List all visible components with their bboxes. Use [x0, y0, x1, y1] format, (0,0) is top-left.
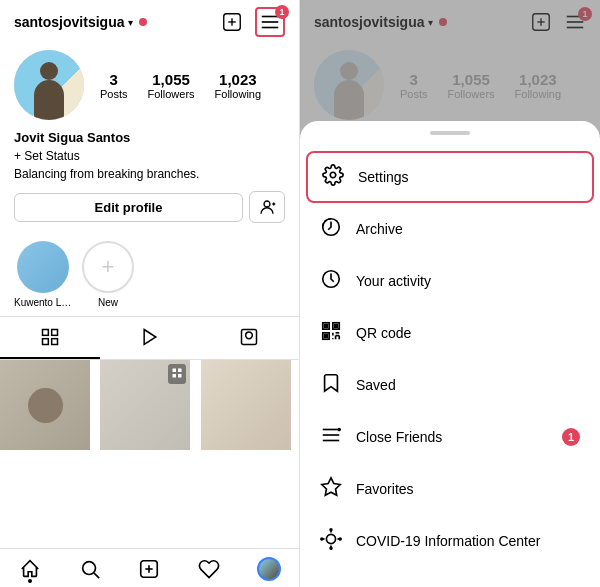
followers-count: 1,055: [152, 71, 190, 88]
svg-marker-53: [322, 478, 340, 495]
avatar-image: [14, 50, 84, 120]
svg-point-34: [330, 172, 336, 178]
menu-item-favorites[interactable]: Favorites: [300, 463, 600, 515]
favorites-label: Favorites: [356, 481, 414, 497]
left-panel: santosjovitsigua ▾ 1: [0, 0, 300, 587]
posts-count: 3: [110, 71, 118, 88]
gear-icon: [322, 164, 344, 190]
menu-item-qrcode[interactable]: QR code: [300, 307, 600, 359]
new-story-label: New: [98, 297, 118, 308]
activity-label: Your activity: [356, 273, 431, 289]
menu-button[interactable]: 1: [255, 7, 285, 37]
svg-rect-18: [173, 374, 177, 378]
story-label: Kuwento Litrato: [14, 297, 72, 308]
menu-item-archive[interactable]: Archive: [300, 203, 600, 255]
menu-item-covid[interactable]: COVID-19 Information Center: [300, 515, 600, 567]
tab-grid[interactable]: [0, 317, 100, 359]
svg-point-54: [326, 534, 335, 543]
set-status-button[interactable]: + Set Status: [14, 149, 285, 163]
edit-profile-button[interactable]: Edit profile: [14, 193, 243, 222]
following-label: Following: [215, 88, 261, 100]
stats-row: 3 Posts 1,055 Followers 1,023 Following: [100, 71, 285, 100]
svg-point-20: [82, 562, 95, 575]
bottom-nav: [0, 548, 299, 587]
drag-handle: [430, 131, 470, 135]
profile-info-row: 3 Posts 1,055 Followers 1,023 Following: [14, 50, 285, 120]
add-post-button[interactable]: [221, 11, 243, 33]
saved-label: Saved: [356, 377, 396, 393]
svg-rect-9: [42, 330, 48, 336]
svg-point-60: [330, 547, 332, 549]
top-bar-right: 1: [221, 7, 285, 37]
list-icon: [320, 424, 342, 450]
profile-name: Jovit Sigua Santos: [14, 130, 285, 145]
add-icon: +: [102, 254, 115, 280]
covid-icon: [320, 528, 342, 554]
qr-icon: [320, 320, 342, 346]
closefriends-label: Close Friends: [356, 429, 442, 445]
menu-item-saved[interactable]: Saved: [300, 359, 600, 411]
menu-item-closefriends[interactable]: Close Friends 1: [300, 411, 600, 463]
chevron-down-icon[interactable]: ▾: [128, 17, 133, 28]
username-label: santosjovitsigua: [14, 14, 124, 30]
svg-rect-12: [51, 339, 57, 345]
dropdown-menu: Settings Archive Your activity: [300, 121, 600, 587]
qrcode-label: QR code: [356, 325, 411, 341]
closefriends-badge: 1: [562, 428, 580, 446]
photo-badge: [168, 364, 186, 384]
svg-point-59: [330, 529, 332, 531]
svg-rect-10: [51, 330, 57, 336]
tab-tagged[interactable]: [199, 317, 299, 359]
archive-label: Archive: [356, 221, 403, 237]
profile-section: 3 Posts 1,055 Followers 1,023 Following …: [0, 44, 299, 233]
svg-point-61: [321, 538, 323, 540]
tab-reels[interactable]: [100, 317, 200, 359]
story-item-kuwento[interactable]: Kuwento Litrato: [14, 241, 72, 308]
stories-row: Kuwento Litrato + New: [0, 233, 299, 316]
photo-cell-2[interactable]: [100, 360, 190, 450]
top-bar-left: santosjovitsigua ▾: [14, 14, 147, 30]
right-panel: santosjovitsigua ▾ 1: [300, 0, 600, 587]
home-dot: [28, 579, 32, 583]
followers-label: Followers: [148, 88, 195, 100]
avatar: [14, 50, 84, 120]
add-story-button[interactable]: +: [82, 241, 134, 293]
photo-cell-3[interactable]: [201, 360, 291, 450]
discover-people-button[interactable]: [249, 191, 285, 223]
covid-label: COVID-19 Information Center: [356, 533, 540, 549]
svg-rect-11: [42, 339, 48, 345]
settings-label: Settings: [358, 169, 409, 185]
svg-rect-40: [325, 325, 328, 328]
svg-rect-19: [178, 374, 182, 378]
nav-heart[interactable]: [179, 557, 239, 581]
svg-point-52: [338, 429, 340, 431]
archive-icon: [320, 216, 342, 242]
stat-following: 1,023 Following: [215, 71, 261, 100]
top-bar: santosjovitsigua ▾ 1: [0, 0, 299, 44]
svg-rect-17: [178, 369, 182, 373]
activity-icon: [320, 268, 342, 294]
star-icon: [320, 476, 342, 502]
following-count: 1,023: [219, 71, 257, 88]
edit-row: Edit profile: [14, 191, 285, 223]
svg-rect-16: [173, 369, 177, 373]
photo-cell-1[interactable]: [0, 360, 90, 450]
svg-line-21: [94, 573, 99, 578]
bookmark-icon: [320, 372, 342, 398]
menu-item-activity[interactable]: Your activity: [300, 255, 600, 307]
stat-posts: 3 Posts: [100, 71, 128, 100]
story-item-new[interactable]: + New: [82, 241, 134, 308]
nav-search[interactable]: [60, 557, 120, 581]
svg-marker-13: [144, 330, 156, 345]
menu-item-settings[interactable]: Settings: [306, 151, 594, 203]
nav-add[interactable]: [120, 557, 180, 581]
bio-text: Balancing from breaking branches.: [14, 167, 285, 181]
svg-rect-41: [335, 325, 338, 328]
nav-profile[interactable]: [239, 557, 299, 581]
svg-point-14: [246, 332, 253, 339]
nav-home[interactable]: [0, 557, 60, 581]
notification-dot: [139, 18, 147, 26]
svg-point-62: [339, 538, 341, 540]
set-status-label: + Set Status: [14, 149, 80, 163]
menu-badge: 1: [275, 5, 289, 19]
